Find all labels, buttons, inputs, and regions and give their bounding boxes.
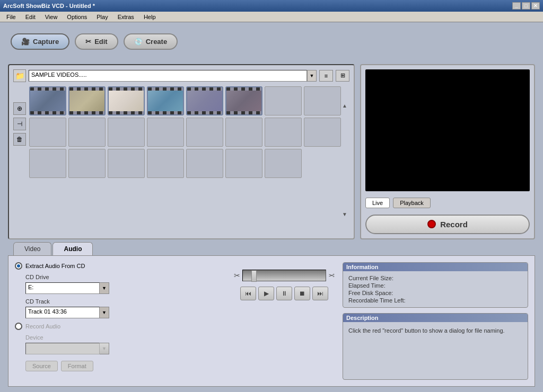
cd-track-select-row: Track 01 43:36 ▼ <box>25 307 226 318</box>
maximize-button[interactable]: □ <box>522 2 530 10</box>
elapsed-time-label: Elapsed Time: <box>348 282 386 289</box>
video-thumbnail-2[interactable] <box>68 86 106 115</box>
device-dropdown-arrow: ▼ <box>100 343 109 354</box>
menu-view[interactable]: View <box>41 13 62 21</box>
preview-controls: Live Playback <box>365 195 530 210</box>
audio-controls: Extract Audio From CD CD Drive E: ▼ CD T… <box>15 262 226 380</box>
video-thumbnail-empty-11[interactable] <box>29 149 66 178</box>
video-thumbnail-empty-2[interactable] <box>304 86 341 115</box>
video-thumbnail-5[interactable] <box>186 86 223 115</box>
video-thumbnail-empty-1[interactable] <box>265 86 302 115</box>
cd-track-dropdown-arrow[interactable]: ▼ <box>100 307 109 318</box>
video-thumbnail-empty-9[interactable] <box>265 118 302 147</box>
video-thumbnail-empty-14[interactable] <box>147 149 184 178</box>
playback-tab[interactable]: Playback <box>393 198 431 208</box>
menu-file[interactable]: File <box>2 13 20 21</box>
preview-panel: Live Playback Record <box>360 64 535 239</box>
menu-edit[interactable]: Edit <box>21 13 40 21</box>
video-thumbnail-4[interactable] <box>147 86 184 115</box>
cd-drive-dropdown-arrow[interactable]: ▼ <box>100 282 109 294</box>
video-thumbnail-empty-17[interactable] <box>265 149 302 178</box>
video-thumbnail-6[interactable] <box>225 86 262 115</box>
description-box: Description Click the red "record" butto… <box>343 313 528 380</box>
audio-slider-track[interactable] <box>242 270 326 281</box>
scroll-up-button[interactable]: ▲ <box>341 102 348 110</box>
close-button[interactable]: ✕ <box>531 2 540 10</box>
list-view-button[interactable]: ≡ <box>319 70 333 82</box>
information-header: Information <box>343 263 528 271</box>
folder-dropdown-arrow[interactable]: ▼ <box>307 70 317 82</box>
current-file-size-row: Current File Size: <box>348 274 522 282</box>
minimize-button[interactable]: _ <box>512 2 521 10</box>
video-thumbnail-empty-13[interactable] <box>108 149 145 178</box>
stop-button[interactable]: ⏹ <box>294 287 310 300</box>
split-icon[interactable]: ⊣ <box>13 118 26 130</box>
cd-drive-select-row: E: ▼ <box>25 282 226 294</box>
record-audio-row: Record Audio <box>15 323 226 330</box>
video-grid-area: ▲ <box>29 86 349 234</box>
library-content: ⊕ ⊣ 🗑 ▲ <box>13 86 349 234</box>
menu-extras[interactable]: Extras <box>113 13 138 21</box>
bottom-section: Video Audio Extract Audio From CD CD Dri… <box>8 242 535 387</box>
free-disk-space-row: Free Disk Space: <box>348 289 522 297</box>
record-button[interactable]: Record <box>365 215 530 234</box>
video-thumbnail-empty-5[interactable] <box>108 118 145 147</box>
video-thumbnail-empty-7[interactable] <box>186 118 223 147</box>
trim-end-icon[interactable]: ✂ <box>328 271 335 280</box>
audio-slider-thumb[interactable] <box>251 270 257 282</box>
import-icon[interactable]: ⊕ <box>13 102 26 115</box>
camera-icon: 🎥 <box>21 38 30 46</box>
record-audio-label: Record Audio <box>25 323 60 329</box>
description-text: Click the red "record" button to show a … <box>348 326 522 335</box>
play-button[interactable]: ▶ <box>258 287 274 300</box>
pause-button[interactable]: ⏸ <box>276 287 292 300</box>
cd-track-select[interactable]: Track 01 43:36 <box>25 307 100 318</box>
menu-options[interactable]: Options <box>63 13 91 21</box>
transport-area: ✂ ✂ ⏮ ▶ ⏸ ⏹ ⏭ <box>231 264 337 380</box>
audio-panel: Extract Audio From CD CD Drive E: ▼ CD T… <box>8 255 535 387</box>
create-button[interactable]: 💿 Create <box>124 33 178 50</box>
live-tab[interactable]: Live <box>365 198 390 208</box>
video-thumbnail-3[interactable] <box>108 86 145 115</box>
video-library-panel: 📁 SAMPLE VIDEOS..... ▼ ≡ ⊞ ⊕ ⊣ 🗑 ▲ <box>8 64 355 239</box>
menu-play[interactable]: Play <box>92 13 112 21</box>
video-thumbnail-empty-12[interactable] <box>68 149 106 178</box>
edit-button[interactable]: ✂ Edit <box>75 33 118 50</box>
record-label: Record <box>440 220 468 229</box>
folder-button[interactable]: 📁 <box>13 69 26 82</box>
capture-button[interactable]: 🎥 Capture <box>11 33 69 50</box>
video-thumbnail-empty-4[interactable] <box>68 118 106 147</box>
preview-area: Live Playback Record <box>360 64 535 239</box>
video-tab[interactable]: Video <box>13 242 51 255</box>
rewind-button[interactable]: ⏮ <box>240 287 256 300</box>
video-thumbnail-empty-15[interactable] <box>186 149 223 178</box>
info-panels: Information Current File Size: Elapsed T… <box>343 262 528 380</box>
record-audio-radio[interactable] <box>15 323 22 330</box>
audio-tab[interactable]: Audio <box>52 242 93 255</box>
video-thumbnail-empty-16[interactable] <box>225 149 262 178</box>
video-thumbnail-empty-10[interactable] <box>304 118 341 147</box>
titlebar-title: ArcSoft ShowBiz VCD - Untitled * <box>3 3 95 9</box>
grid-toolbar: 📁 SAMPLE VIDEOS..... ▼ ≡ ⊞ <box>13 69 349 82</box>
menu-help[interactable]: Help <box>139 13 160 21</box>
extract-audio-radio[interactable] <box>15 262 22 270</box>
side-icons: ⊕ ⊣ 🗑 <box>13 86 26 234</box>
video-thumbnail-empty-6[interactable] <box>147 118 184 147</box>
grid-view-button[interactable]: ⊞ <box>336 70 349 82</box>
scroll-down-button[interactable]: ▼ <box>341 211 348 218</box>
folder-select-display: SAMPLE VIDEOS..... <box>29 70 307 82</box>
format-button: Format <box>61 361 93 371</box>
trim-start-icon[interactable]: ✂ <box>234 271 240 280</box>
cd-track-group: CD Track Track 01 43:36 ▼ <box>25 298 226 318</box>
scissors-icon: ✂ <box>85 38 91 46</box>
source-format-group: Source Format <box>25 361 226 371</box>
video-thumbnail-1[interactable] <box>29 86 66 115</box>
delete-icon[interactable]: 🗑 <box>13 133 26 146</box>
cd-drive-select[interactable]: E: <box>25 282 100 294</box>
description-header: Description <box>343 314 528 322</box>
fast-forward-button[interactable]: ⏭ <box>312 287 328 300</box>
video-thumbnail-empty-8[interactable] <box>225 118 262 147</box>
video-thumbnail-empty-3[interactable] <box>29 118 66 147</box>
record-indicator <box>427 220 436 228</box>
extract-audio-row: Extract Audio From CD <box>15 262 226 270</box>
